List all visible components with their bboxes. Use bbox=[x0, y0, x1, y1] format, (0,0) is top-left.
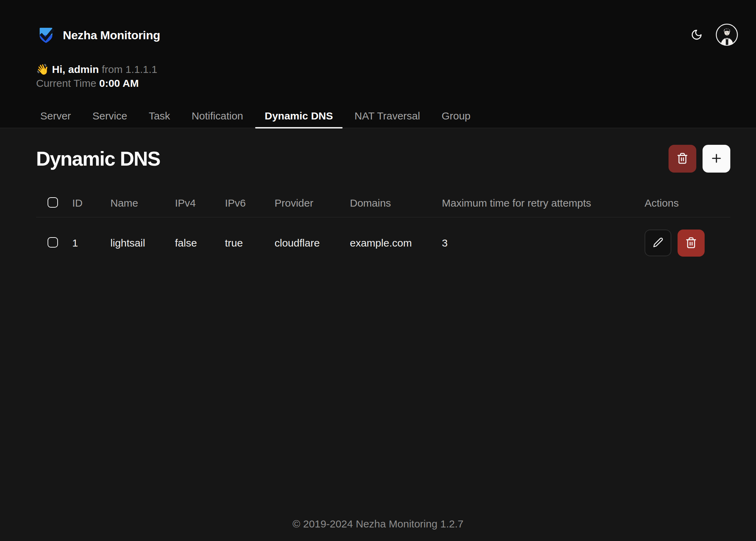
column-header-ipv4: IPv4 bbox=[175, 197, 225, 209]
tab-dynamic-dns[interactable]: Dynamic DNS bbox=[255, 110, 343, 128]
greeting-from-ip: from 1.1.1.1 bbox=[102, 64, 157, 75]
select-all-checkbox[interactable] bbox=[48, 197, 58, 208]
edit-record-button[interactable] bbox=[645, 230, 671, 256]
greeting-user: Hi, admin bbox=[52, 64, 99, 75]
tab-service[interactable]: Service bbox=[83, 110, 137, 128]
column-header-provider: Provider bbox=[275, 197, 350, 209]
app-title: Nezha Monitoring bbox=[63, 28, 160, 42]
pencil-icon bbox=[653, 237, 663, 249]
column-header-domains: Domains bbox=[350, 197, 442, 209]
row-checkbox-cell bbox=[36, 237, 72, 249]
delete-record-button[interactable] bbox=[678, 230, 705, 257]
row-actions bbox=[645, 230, 730, 257]
column-header-name: Name bbox=[110, 197, 175, 209]
brand: Nezha Monitoring bbox=[36, 26, 730, 44]
cell-provider: cloudflare bbox=[275, 237, 350, 249]
tab-server[interactable]: Server bbox=[31, 110, 81, 128]
tab-group[interactable]: Group bbox=[432, 110, 480, 128]
table-row: 1 lightsail false true cloudflare exampl… bbox=[36, 217, 730, 269]
tab-notification[interactable]: Notification bbox=[182, 110, 253, 128]
footer-copyright: © 2019-2024 Nezha Monitoring 1.2.7 bbox=[0, 518, 756, 530]
trash-icon bbox=[677, 152, 688, 165]
header-actions bbox=[690, 23, 738, 46]
title-row: Dynamic DNS bbox=[36, 144, 730, 173]
page-title: Dynamic DNS bbox=[36, 147, 160, 170]
theme-toggle-moon-icon[interactable] bbox=[690, 28, 704, 42]
cell-name: lightsail bbox=[110, 237, 175, 249]
column-header-max-retry: Maximum time for retry attempts bbox=[442, 197, 645, 209]
delete-selected-button[interactable] bbox=[669, 145, 696, 173]
current-time-line: Current Time 0:00 AM bbox=[36, 76, 730, 90]
cell-ipv4: false bbox=[175, 237, 225, 249]
row-checkbox[interactable] bbox=[48, 237, 58, 248]
plus-icon bbox=[710, 152, 723, 166]
current-time-value: 0:00 AM bbox=[99, 77, 139, 89]
current-time-label: Current Time bbox=[36, 77, 96, 89]
cell-id: 1 bbox=[72, 237, 110, 249]
ddns-table: ID Name IPv4 IPv6 Provider Domains Maxim… bbox=[36, 189, 730, 269]
main-nav-tabs: Server Service Task Notification Dynamic… bbox=[31, 110, 730, 128]
trash-icon bbox=[685, 237, 697, 250]
add-record-button[interactable] bbox=[703, 145, 730, 173]
cell-ipv6: true bbox=[225, 237, 275, 249]
column-header-id: ID bbox=[72, 197, 110, 209]
table-header-row: ID Name IPv4 IPv6 Provider Domains Maxim… bbox=[36, 189, 730, 217]
column-header-ipv6: IPv6 bbox=[225, 197, 275, 209]
app-logo-shield-icon bbox=[36, 26, 56, 44]
site-header: Nezha Monitoring bbox=[0, 0, 756, 128]
cell-domains: example.com bbox=[350, 237, 442, 249]
greeting-line: 👋 Hi, admin from 1.1.1.1 bbox=[36, 63, 730, 76]
tab-nat-traversal[interactable]: NAT Traversal bbox=[345, 110, 430, 128]
wave-emoji-icon: 👋 bbox=[36, 64, 49, 75]
header-checkbox-cell bbox=[36, 197, 72, 209]
cell-max-retry: 3 bbox=[442, 237, 645, 249]
user-avatar[interactable] bbox=[715, 23, 738, 46]
greeting-block: 👋 Hi, admin from 1.1.1.1 Current Time 0:… bbox=[36, 63, 730, 90]
toolbar bbox=[669, 145, 730, 173]
tab-task[interactable]: Task bbox=[139, 110, 180, 128]
main-content: Dynamic DNS bbox=[0, 144, 756, 269]
column-header-actions: Actions bbox=[645, 197, 730, 209]
